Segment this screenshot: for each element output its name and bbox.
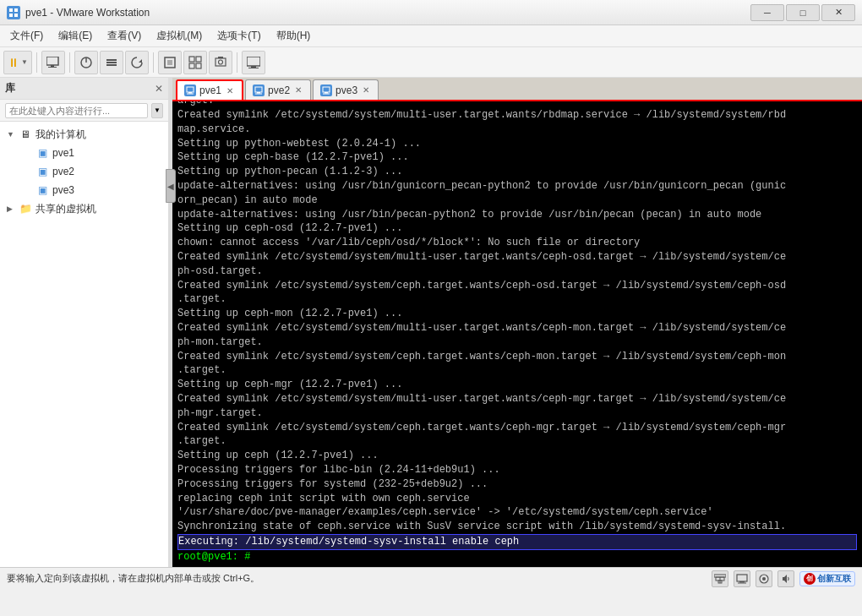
vm-icon-pve1: ▣ [35,146,49,160]
toolbar: ⏸ ▼ [0,47,862,78]
title-bar: pve1 - VMware Workstation ─ □ ✕ [0,0,862,25]
tab-icon-pve3 [320,84,332,96]
minimize-button[interactable]: ─ [750,4,784,21]
tree-label-my-computer: 我的计算机 [35,128,86,142]
tab-pve3[interactable]: pve3 ✕ [313,79,379,100]
svg-rect-4 [46,57,58,65]
display-settings-button[interactable] [242,51,265,74]
tree-node-pve2[interactable]: ▣ pve2 [0,162,168,181]
tab-bar: pve1 ✕ pve2 ✕ pve3 ✕ [172,78,862,101]
svg-rect-41 [738,582,746,583]
menu-vm[interactable]: 虚拟机(M) [150,27,209,45]
svg-rect-32 [325,92,328,94]
svg-rect-6 [48,67,57,68]
svg-rect-31 [323,87,330,92]
menu-edit[interactable]: 编辑(E) [52,27,99,45]
menu-bar: 文件(F) 编辑(E) 查看(V) 虚拟机(M) 选项卡(T) 帮助(H) [0,25,862,47]
window-title: pve1 - VMware Workstation [25,7,750,19]
toolbar-separator-3 [153,52,154,73]
svg-rect-38 [714,575,726,577]
tab-icon-pve1 [184,84,196,96]
tab-label-pve3: pve3 [336,84,357,96]
unity-button[interactable] [183,51,207,74]
status-right: 创 创新互联 [712,570,855,587]
status-bar: 要将输入定向到该虚拟机，请在虚拟机内部单击或按 Ctrl+G。 创 创新互联 [0,567,862,589]
menu-tab[interactable]: 选项卡(T) [210,27,267,45]
screen-button-1[interactable] [41,51,65,74]
tab-pve1[interactable]: pve1 ✕ [176,79,243,100]
snapshot-button[interactable] [209,51,232,74]
svg-rect-27 [187,94,194,95]
svg-rect-25 [187,87,194,92]
svg-rect-15 [189,57,194,62]
svg-rect-19 [216,58,226,66]
tree-label-pve2: pve2 [52,166,74,177]
tree-expand-icon: ▼ [7,130,19,139]
svg-rect-0 [9,8,13,12]
tab-close-pve1[interactable]: ✕ [225,85,235,96]
app-icon [7,6,20,19]
svg-rect-28 [255,87,262,92]
search-dropdown-button[interactable]: ▼ [151,103,163,118]
vm-icon-pve2: ▣ [35,165,49,178]
svg-rect-16 [196,57,201,62]
tree-view: ▼ 🖥 我的计算机 ▣ pve1 ▣ pve2 ▣ pve3 [0,122,168,567]
tree-node-pve1[interactable]: ▣ pve1 [0,144,168,162]
tree-label-pve1: pve1 [52,147,74,159]
computer-icon: 🖥 [19,128,32,141]
main-layout: 库 ✕ ▼ ▼ 🖥 我的计算机 ▣ pve1 ▣ pve2 [0,78,862,567]
toolbar-separator-4 [237,52,237,73]
svg-rect-23 [251,66,256,68]
svg-rect-24 [248,68,259,68]
svg-rect-2 [9,14,13,17]
menu-help[interactable]: 帮助(H) [270,27,318,45]
sidebar-collapse-handle[interactable]: ◀ [166,169,176,203]
svg-rect-18 [196,63,201,68]
tree-node-shared-vms[interactable]: ▶ 📁 共享的虚拟机 [0,199,168,218]
svg-point-43 [762,577,766,581]
display-icon [734,570,750,587]
svg-point-21 [218,60,222,64]
svg-marker-12 [139,59,142,63]
svg-marker-44 [783,575,787,583]
sidebar-header: 库 ✕ [0,78,168,100]
tab-pve2[interactable]: pve2 ✕ [245,79,311,100]
sound-icon [777,570,794,587]
tab-close-pve3[interactable]: ✕ [361,84,371,95]
brand-icon: 创 [804,573,816,585]
svg-rect-10 [106,62,117,63]
tree-node-pve3[interactable]: ▣ pve3 [0,181,168,199]
tab-close-pve2[interactable]: ✕ [293,84,303,95]
tab-label-pve1: pve1 [199,84,221,96]
close-button[interactable]: ✕ [821,4,855,21]
brand-logo: 创 创新互联 [799,571,855,586]
tree-label-shared-vms: 共享的虚拟机 [35,202,96,216]
power-button[interactable] [74,51,98,74]
fullscreen-button[interactable] [158,51,182,74]
shared-vms-icon: 📁 [19,202,32,215]
tree-node-my-computer[interactable]: ▼ 🖥 我的计算机 [0,125,168,144]
tab-label-pve2: pve2 [268,84,290,96]
menu-view[interactable]: 查看(V) [101,27,148,45]
vm-tools-icon [756,570,772,587]
window-controls[interactable]: ─ □ ✕ [750,4,855,21]
menu-file[interactable]: 文件(F) [3,27,50,45]
sidebar: 库 ✕ ▼ ▼ 🖥 我的计算机 ▣ pve1 ▣ pve2 [0,78,169,567]
content-area: pve1 ✕ pve2 ✕ pve3 ✕ Setting system user… [172,78,862,567]
terminal[interactable]: Setting system user ceph properties..use… [172,101,862,567]
tree-label-pve3: pve3 [52,184,74,196]
svg-rect-17 [189,63,194,68]
svg-rect-11 [106,64,117,66]
suspend-button[interactable] [100,51,123,74]
svg-rect-5 [51,65,54,67]
restart-button[interactable] [125,51,149,74]
sidebar-search-input[interactable] [5,103,148,118]
svg-rect-20 [218,57,223,58]
sidebar-close-button[interactable]: ✕ [155,83,163,95]
maximize-button[interactable]: □ [786,4,820,21]
status-hint: 要将输入定向到该虚拟机，请在虚拟机内部单击或按 Ctrl+G。 [7,572,712,585]
pause-button[interactable]: ⏸ ▼ [3,51,32,74]
brand-text: 创新互联 [817,573,851,585]
vm-icon-pve3: ▣ [35,183,49,197]
svg-rect-26 [188,92,192,94]
